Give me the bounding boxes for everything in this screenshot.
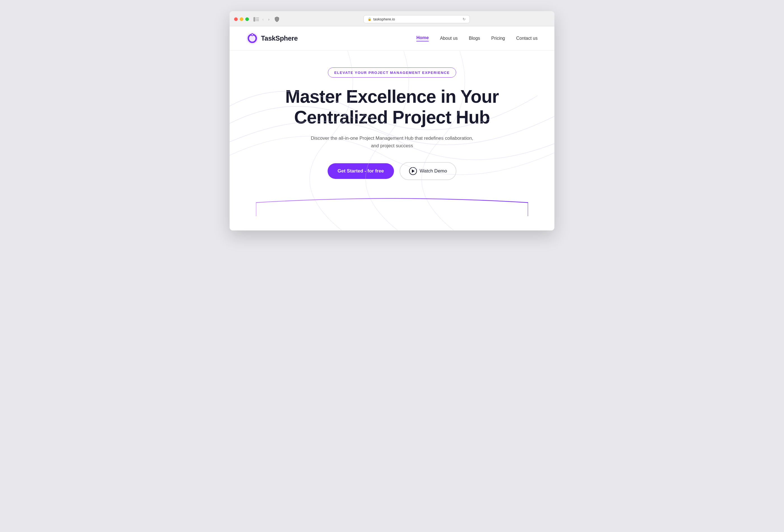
play-triangle (412, 169, 415, 173)
back-arrow-icon[interactable]: ‹ (261, 17, 265, 22)
browser-chrome: ‹ › 🔒 tasksphere.io ↻ (230, 11, 554, 26)
svg-rect-0 (253, 17, 255, 22)
svg-rect-3 (256, 21, 259, 21)
address-bar-container: 🔒 tasksphere.io ↻ (283, 15, 550, 23)
watch-demo-button[interactable]: Watch Demo (399, 162, 457, 180)
browser-controls: ‹ › (253, 17, 271, 22)
navbar: TaskSphere Home About us Blogs Pricing C… (230, 26, 554, 51)
nav-link-blogs[interactable]: Blogs (469, 36, 480, 41)
shield-icon (274, 16, 280, 22)
nav-link-home[interactable]: Home (416, 35, 429, 41)
logo-icon (246, 32, 258, 44)
traffic-lights (234, 17, 249, 21)
svg-rect-2 (256, 19, 259, 20)
minimize-button[interactable] (240, 17, 243, 21)
hero-title: Master Excellence in Your Centralized Pr… (280, 86, 504, 128)
hero-title-line1: Master Excellence in Your (285, 86, 499, 107)
nav-link-about[interactable]: About us (440, 36, 457, 41)
hero-title-line2: Centralized Project Hub (294, 107, 490, 128)
maximize-button[interactable] (245, 17, 249, 21)
play-icon (409, 167, 417, 175)
watch-demo-label: Watch Demo (420, 168, 447, 174)
hero-section: ELEVATE YOUR PROJECT MANAGEMENT EXPERIEN… (230, 51, 554, 230)
cta-buttons: Get Started - for free Watch Demo (241, 162, 543, 180)
website-content: TaskSphere Home About us Blogs Pricing C… (230, 26, 554, 230)
nav-link-contact[interactable]: Contact us (516, 36, 538, 41)
url-text: tasksphere.io (373, 17, 461, 21)
refresh-icon[interactable]: ↻ (463, 17, 466, 21)
get-started-button[interactable]: Get Started - for free (328, 163, 394, 179)
bottom-curve-container (241, 197, 543, 219)
nav-links: Home About us Blogs Pricing Contact us (416, 35, 538, 41)
bottom-curve-svg (256, 197, 528, 217)
hero-subtitle: Discover the all-in-one Project Manageme… (308, 134, 476, 149)
logo-section: TaskSphere (246, 32, 298, 44)
hero-badge: ELEVATE YOUR PROJECT MANAGEMENT EXPERIEN… (328, 67, 456, 78)
hero-badge-text: ELEVATE YOUR PROJECT MANAGEMENT EXPERIEN… (334, 71, 450, 75)
svg-point-7 (252, 34, 253, 35)
lock-icon: 🔒 (368, 17, 371, 21)
close-button[interactable] (234, 17, 238, 21)
svg-rect-1 (256, 18, 259, 18)
nav-link-pricing[interactable]: Pricing (492, 36, 505, 41)
address-bar[interactable]: 🔒 tasksphere.io ↻ (363, 15, 470, 23)
forward-arrow-icon[interactable]: › (267, 17, 271, 22)
logo-text: TaskSphere (261, 34, 298, 42)
browser-window: ‹ › 🔒 tasksphere.io ↻ (230, 11, 554, 230)
sidebar-toggle-icon[interactable] (253, 17, 259, 22)
